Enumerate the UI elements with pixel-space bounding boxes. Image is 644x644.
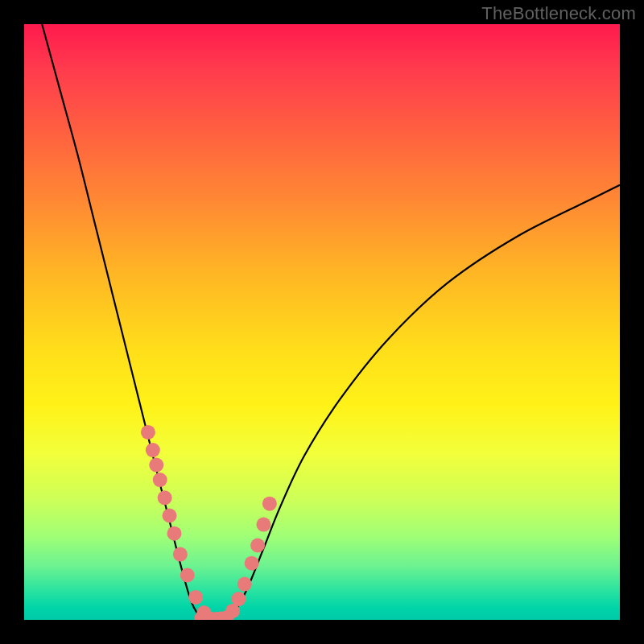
- bottleneck-curve-left: [42, 24, 208, 620]
- data-dot: [180, 568, 195, 583]
- data-dot: [141, 425, 155, 440]
- chart-frame: TheBottleneck.com: [0, 0, 644, 644]
- data-dot: [158, 490, 172, 505]
- data-dot: [153, 473, 167, 487]
- data-dot: [250, 539, 265, 553]
- axis-border-right: [620, 0, 644, 644]
- watermark-text: TheBottleneck.com: [481, 3, 636, 24]
- data-dot: [256, 518, 270, 532]
- plot-svg-layer: [24, 24, 620, 620]
- data-dot: [231, 592, 246, 606]
- data-dot: [163, 509, 177, 523]
- data-dot: [146, 443, 160, 457]
- axis-border-left: [0, 0, 24, 644]
- data-dot: [167, 526, 181, 541]
- data-dot: [237, 577, 252, 592]
- bottleneck-curve-right: [227, 185, 620, 620]
- data-dot: [173, 547, 188, 562]
- data-dot: [245, 556, 259, 571]
- data-dot: [188, 590, 203, 605]
- data-dot: [262, 497, 277, 511]
- data-dot: [149, 458, 163, 473]
- data-point-dots: [141, 425, 277, 627]
- axis-border-bottom: [0, 620, 644, 644]
